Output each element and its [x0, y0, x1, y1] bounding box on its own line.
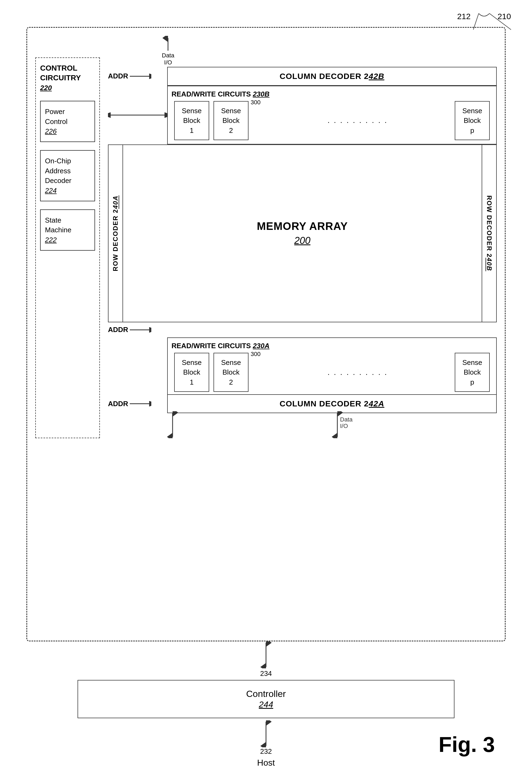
- col-decoder-bottom-wrapper: COLUMN DECODER 242A: [167, 394, 497, 413]
- arrow-234-svg: [258, 642, 274, 668]
- addr-col-decoder-bottom-left: ADDR: [108, 400, 167, 408]
- data-io-h-arrow-svg: Data I/O: [257, 411, 418, 438]
- sense-block-top-2-wrapper: SenseBlock2 300: [213, 101, 261, 140]
- data-io-top-arrow: DataI/O: [162, 36, 174, 66]
- sense-blocks-bottom: SenseBlock1 SenseBlock2 300 . . . . . . …: [171, 353, 492, 392]
- host-label: Host: [257, 758, 275, 768]
- rw-bottom-box: READ/WRITE CIRCUITS 230A SenseBlock1 Sen…: [167, 337, 497, 396]
- data-io-top-label: DataI/O: [162, 52, 174, 66]
- control-circuitry-label: CONTROLCIRCUITRY 220: [40, 63, 95, 93]
- addr-col-arrow-svg: [130, 400, 151, 408]
- addr-arrow-top: ADDR: [108, 72, 167, 80]
- addr-arrow-top-container: ADDR: [108, 72, 167, 80]
- addr-top-label: ADDR: [108, 72, 128, 80]
- memory-array-label: MEMORY ARRAY: [257, 220, 348, 232]
- rw-top-box: READ/WRITE CIRCUITS 230B SenseBlock1 Sen…: [167, 86, 497, 144]
- left-v-arrow-svg: [167, 411, 178, 438]
- page: 212 210 CONTROLCIRCUITRY 220 PowerContro…: [16, 11, 516, 768]
- outer-dashed-box: CONTROLCIRCUITRY 220 PowerControl 226 On…: [26, 27, 506, 642]
- addr-arrow-svg-top: [130, 72, 151, 80]
- memory-row: ROW DECODER 240A MEMORY ARRAY 200 ROW DE…: [108, 144, 497, 322]
- row-decoder-left: ROW DECODER 240A: [109, 145, 123, 322]
- sense-block-top-p: SenseBlockp: [455, 101, 490, 140]
- state-machine-box: StateMachine 222: [40, 210, 95, 251]
- col-decoder-bottom-box: COLUMN DECODER 242A: [167, 394, 497, 413]
- sense-block-bottom-1: SenseBlock1: [174, 353, 209, 392]
- main-content: CONTROLCIRCUITRY 220 PowerControl 226 On…: [35, 36, 497, 438]
- arrow-232-svg: [258, 720, 274, 747]
- sense-block-bottom-2: SenseBlock2: [213, 353, 249, 392]
- row-decoder-left-label: ROW DECODER 240A: [112, 193, 119, 274]
- rw-top-row: READ/WRITE CIRCUITS 230B SenseBlock1 Sen…: [108, 86, 497, 144]
- control-circuitry-ref: 220: [40, 84, 52, 92]
- sense-block-bottom-2-wrapper: SenseBlock2 300: [213, 353, 261, 392]
- sense-block-bottom-p: SenseBlockp: [455, 353, 490, 392]
- rw-top-box-wrapper: READ/WRITE CIRCUITS 230B SenseBlock1 Sen…: [167, 86, 497, 144]
- col-decoder-top-wrapper: COLUMN DECODER 242B: [167, 67, 497, 86]
- left-v-arrow-bottom: [167, 411, 178, 438]
- arrow-232-group: 232: [258, 720, 274, 756]
- data-io-bottom-row: Data I/O: [108, 411, 497, 438]
- rw-double-arrow-svg: [108, 110, 167, 120]
- addr-bottom-arrow-right-svg: [130, 326, 151, 334]
- controller-box: Controller 244: [78, 680, 454, 718]
- rw-top-ref: 230B: [253, 90, 269, 98]
- memory-array-center: MEMORY ARRAY 200: [123, 145, 482, 322]
- col-decoder-bottom-ref: 42A: [369, 399, 384, 408]
- sense-blocks-top: SenseBlock1 SenseBlock2 300 . . . . . . …: [171, 101, 492, 140]
- ref-232-label: 232: [260, 747, 272, 756]
- rw-bottom-label: READ/WRITE CIRCUITS 230A: [171, 342, 492, 350]
- col-decoder-top-ref: 42B: [369, 72, 384, 81]
- addr-col-decoder-bottom-row: ADDR: [108, 398, 497, 410]
- rw-bottom-row: READ/WRITE CIRCUITS 230A SenseBlock1 Sen…: [108, 337, 497, 396]
- data-io-bottom-center: Data I/O: [178, 411, 497, 438]
- data-io-top-row: DataI/O: [162, 36, 497, 66]
- controller-ref: 244: [259, 700, 273, 709]
- arrow-234-group: 234: [258, 642, 274, 678]
- rw-bottom-box-wrapper: READ/WRITE CIRCUITS 230A SenseBlock1 Sen…: [167, 337, 497, 396]
- rw-bottom-ref: 230A: [253, 342, 269, 350]
- addr-col-decoder-row: ADDR: [108, 67, 497, 86]
- rw-top-left-arrow: [108, 86, 167, 144]
- rw-top-label: READ/WRITE CIRCUITS 230B: [171, 90, 492, 98]
- dots-bottom: . . . . . . . . . .: [265, 368, 450, 377]
- addr-bottom-left: ADDR: [108, 326, 167, 334]
- col-decoder-top-box: COLUMN DECODER 242B: [167, 67, 497, 86]
- addr-bottom-col-label: ADDR: [108, 400, 128, 408]
- left-column: CONTROLCIRCUITRY 220 PowerControl 226 On…: [35, 36, 100, 438]
- addr-bottom-row: ADDR: [108, 324, 497, 336]
- svg-text:I/O: I/O: [340, 423, 348, 429]
- ref-numbers-top: 212 210: [457, 11, 516, 21]
- rw-bottom-left-space: [108, 337, 167, 396]
- data-io-top-arrow-svg: [163, 36, 173, 52]
- fig-label: Fig. 3: [439, 732, 495, 757]
- svg-text:Data: Data: [340, 416, 353, 423]
- row-decoder-right-label: ROW DECODER 240B: [485, 193, 493, 274]
- sense-block-top-2: SenseBlock2: [213, 101, 249, 140]
- sense-block-top-1: SenseBlock1: [174, 101, 209, 140]
- top-section: DataI/O ADDR: [108, 36, 497, 144]
- controller-label: Controller: [246, 689, 286, 699]
- sense-block-top-2-group: SenseBlock2 300: [213, 101, 261, 140]
- right-column: DataI/O ADDR: [108, 36, 497, 438]
- bottom-rw-section: ADDR: [108, 322, 497, 438]
- state-machine-ref: 222: [45, 236, 57, 244]
- ref-234-label: 234: [260, 670, 272, 678]
- power-control-ref: 226: [45, 127, 57, 135]
- sense-block-bottom-2-group: SenseBlock2 300: [213, 353, 261, 392]
- on-chip-ref: 224: [45, 186, 57, 195]
- dots-top: . . . . . . . . . .: [265, 116, 450, 125]
- row-decoder-right: ROW DECODER 240B: [482, 145, 496, 322]
- ref-300-bottom: 300: [251, 351, 261, 358]
- control-circuitry-box: CONTROLCIRCUITRY 220 PowerControl 226 On…: [35, 57, 100, 438]
- ref-300-top: 300: [251, 99, 261, 106]
- power-control-box: PowerControl 226: [40, 101, 95, 142]
- on-chip-address-box: On-ChipAddressDecoder 224: [40, 150, 95, 201]
- bottom-section: 234 Controller 244 232 H: [26, 642, 506, 768]
- addr-bottom-label: ADDR: [108, 326, 128, 334]
- memory-array-ref: 200: [294, 235, 310, 246]
